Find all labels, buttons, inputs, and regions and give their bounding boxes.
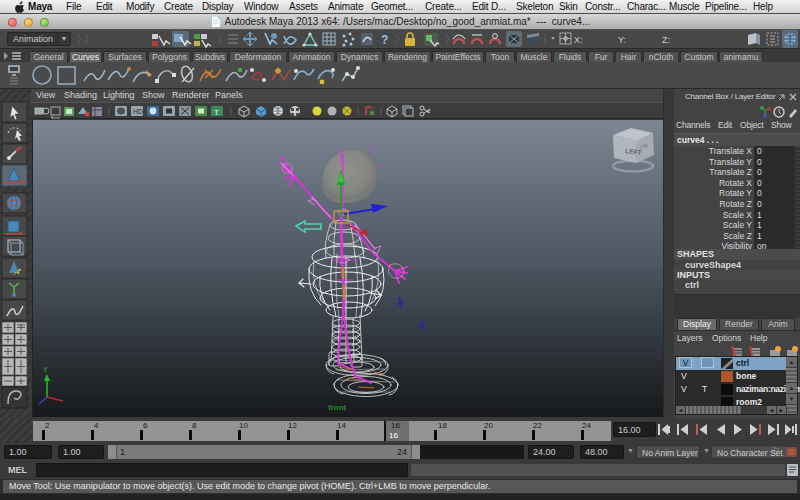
svg-text:front: front xyxy=(328,403,347,412)
svg-text:?: ? xyxy=(381,33,388,47)
svg-text:T: T xyxy=(214,108,219,117)
svg-text:Y: Y xyxy=(43,366,48,373)
svg-text:HD: HD xyxy=(133,108,143,115)
